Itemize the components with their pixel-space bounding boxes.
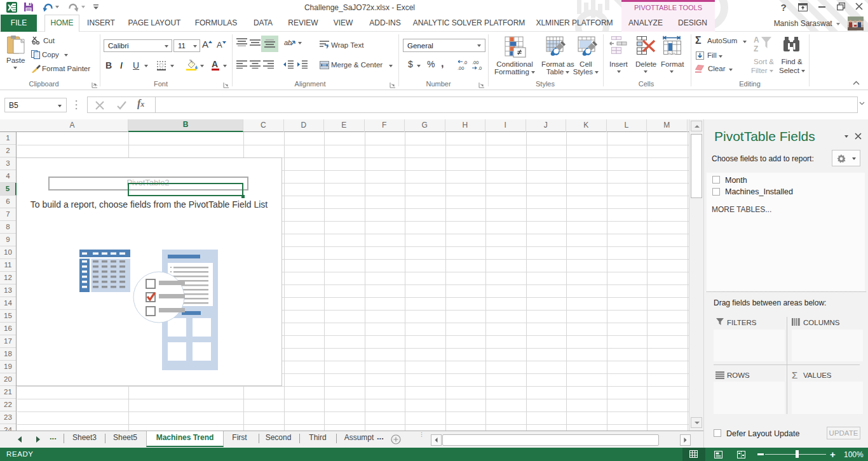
svg-text:.00: .00 (472, 60, 478, 65)
svg-text:.0: .0 (478, 65, 482, 70)
svg-text:A: A (754, 36, 759, 44)
svg-text:ab: ab (284, 39, 292, 46)
svg-text:Z: Z (754, 44, 758, 53)
svg-text:.00: .00 (458, 65, 464, 70)
svg-text:.0: .0 (463, 60, 467, 65)
